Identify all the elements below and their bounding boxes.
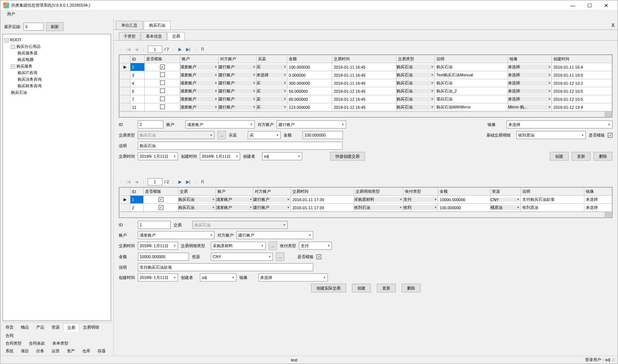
grid-header[interactable]: 交易时间 xyxy=(332,55,397,63)
left-tab[interactable]: 仓库 xyxy=(79,347,94,355)
grid-cell[interactable]: 建行账户▼ xyxy=(218,71,256,79)
grid-cell[interactable]: 浦发账户▼ xyxy=(216,204,253,212)
grid-header[interactable]: 买卖 xyxy=(257,55,287,63)
left-tab[interactable]: 合同类型 xyxy=(2,340,25,347)
grid2-hscroll[interactable] xyxy=(119,212,612,218)
grid-combo-cell[interactable]: 收到石油▼ xyxy=(354,205,403,210)
grid-cell[interactable]: 未选择▼ xyxy=(257,71,287,79)
expand-level-input[interactable] xyxy=(23,23,44,31)
grid-cell[interactable]: 建行账户▼ xyxy=(218,103,256,111)
nav-prev-icon[interactable]: ◀ xyxy=(134,179,139,184)
tree-node[interactable]: 购买服务 xyxy=(16,64,33,68)
grid-combo-cell[interactable]: 未选择▼ xyxy=(508,80,551,86)
grid-cell[interactable]: 浦发账户▼ xyxy=(180,71,218,79)
subtab-trade[interactable]: 交易 xyxy=(167,32,185,40)
f2-id-input[interactable] xyxy=(138,221,171,229)
f1-ttime-picker[interactable]: 2018年 1月11日▼ xyxy=(138,152,178,160)
tree-expander-icon[interactable]: − xyxy=(11,45,15,49)
subtab-basicinfo[interactable]: 基本信息 xyxy=(141,32,167,40)
tab-unit-summary[interactable]: 单位汇总 xyxy=(116,21,143,30)
grid-cell[interactable]: 买▼ xyxy=(257,87,287,95)
grid-combo-cell[interactable]: 购买石油▼ xyxy=(397,80,434,86)
f1-amt-input[interactable] xyxy=(303,131,343,139)
grid-cell[interactable]: 浦发账户▼ xyxy=(216,196,253,204)
left-tab[interactable]: 任务 xyxy=(33,347,48,355)
grid-cell[interactable]: 浦发账户▼ xyxy=(180,87,218,95)
grid-cell[interactable]: 支付▼ xyxy=(403,196,438,204)
grid-cell[interactable]: 浦发账户▼ xyxy=(180,95,218,103)
grid-cell[interactable]: 1 xyxy=(130,196,144,204)
grid-combo-cell[interactable]: 建行账户▼ xyxy=(253,205,291,210)
f1-mirror-combo[interactable]: 未选择▼ xyxy=(507,120,613,129)
tree-node[interactable]: 购买电脑 xyxy=(18,57,34,62)
grid-cell[interactable]: 7 xyxy=(130,95,145,103)
grid-header[interactable]: 交易类型 xyxy=(397,55,435,63)
left-tab[interactable]: 物品 xyxy=(17,323,33,332)
grid-cell[interactable]: 浦发账户▼ xyxy=(180,63,218,71)
f2-ctime-picker[interactable]: 2018年 1月11日▼ xyxy=(138,273,178,281)
f2-acct-combo[interactable]: 浦发账户▼ xyxy=(138,231,215,239)
grid-cell[interactable]: Test购买石油Manual xyxy=(435,71,508,79)
left-tab[interactable]: 表单类型 xyxy=(49,340,72,347)
grid-combo-cell[interactable]: 购买石油▼ xyxy=(178,197,216,202)
grid-combo-cell[interactable]: 购买石油▼ xyxy=(397,88,434,94)
grid-cell[interactable]: 2018-01-11 16:4 xyxy=(552,63,612,71)
f1-update-button[interactable]: 更新 xyxy=(572,152,591,161)
grid-combo-cell[interactable]: 桶原油▼ xyxy=(490,205,520,210)
grid-cell[interactable]: 购买石油▼ xyxy=(397,63,435,71)
grid-combo-cell[interactable]: 浦发账户▼ xyxy=(180,64,218,70)
tree-node[interactable]: 购买法务咨询 xyxy=(18,77,42,81)
grid-cell[interactable]: 买▼ xyxy=(257,79,287,87)
f2-delete-button[interactable]: 删除 xyxy=(402,284,421,292)
grid-cell[interactable]: 300.000000 xyxy=(287,79,332,87)
grid-combo-cell[interactable]: 采购原材料▼ xyxy=(354,197,403,202)
nav-next-icon[interactable]: ▶ xyxy=(177,179,183,184)
nav-page-input[interactable] xyxy=(148,46,162,53)
f1-create-button[interactable]: 创建 xyxy=(550,152,569,161)
grid-header[interactable]: 交易明细类型 xyxy=(354,188,403,196)
grid-cell[interactable]: 购买石油 xyxy=(435,79,508,87)
grid-cell[interactable]: ✓ xyxy=(144,204,178,212)
grid-combo-cell[interactable]: 买▼ xyxy=(257,64,287,70)
grid-cell[interactable]: 买▼ xyxy=(257,63,287,71)
grid-combo-cell[interactable]: 建行账户▼ xyxy=(219,104,256,110)
nav-prev-icon[interactable]: ◀ xyxy=(134,47,139,52)
grid-cell[interactable]: 买▼ xyxy=(257,103,287,111)
grid-cell[interactable]: 购买石油▼ xyxy=(397,71,435,79)
grid-cell[interactable]: 2018-01-12 10:2 xyxy=(552,79,612,87)
grid-cell[interactable]: 3 xyxy=(130,71,145,79)
grid-combo-cell[interactable]: 浦发账户▼ xyxy=(180,96,218,102)
f2-tpl-checkbox[interactable]: ✓ xyxy=(316,254,321,259)
table-row[interactable]: ▶1✓购买石油▼浦发账户▼建行账户▼2018-01-11 17:39采购原材料▼… xyxy=(120,196,612,204)
grid-combo-cell[interactable]: 建行账户▼ xyxy=(219,88,256,94)
grid-combo-cell[interactable]: 收到▼ xyxy=(403,205,438,210)
nav-first-icon[interactable]: |◀ xyxy=(125,47,132,52)
grid-cell[interactable]: 收到石油▼ xyxy=(354,204,403,212)
grid-header[interactable]: 交易时间 xyxy=(291,188,354,196)
tree-expander-icon[interactable]: − xyxy=(11,65,15,69)
nav-next-icon[interactable]: ▶ xyxy=(177,47,183,52)
grid-combo-cell[interactable]: 建行账户▼ xyxy=(219,72,256,78)
grid-header[interactable]: 收付类型 xyxy=(403,188,438,196)
grid-header[interactable]: 创建时间 xyxy=(552,55,612,63)
f2-update-button[interactable]: 更新 xyxy=(377,284,396,292)
grid-checkbox[interactable] xyxy=(160,80,165,85)
grid-cell[interactable]: 2018-01-11 17:39 xyxy=(291,196,354,204)
grid-cell[interactable]: 100.000000 xyxy=(287,63,332,71)
f2-ttime-picker[interactable]: 2018年 1月11日▼ xyxy=(138,242,178,250)
grid-combo-cell[interactable]: CNY▼ xyxy=(490,198,520,202)
left-tab[interactable]: 项目 xyxy=(17,347,33,355)
left-tab[interactable]: 交易明细 xyxy=(79,323,103,332)
left-tab[interactable]: 交易 xyxy=(63,323,79,332)
grid-cell[interactable]: 2018-01-11 16:45 xyxy=(332,79,397,87)
grid-header[interactable]: 说明 xyxy=(520,188,584,196)
grid-checkbox[interactable] xyxy=(160,104,165,109)
grid-cell[interactable]: 建行账户▼ xyxy=(253,204,291,212)
grid-cell[interactable]: 4 xyxy=(130,79,145,87)
grid-header[interactable]: 资源 xyxy=(490,188,520,196)
tree-node[interactable]: 购买财务咨询 xyxy=(18,84,42,88)
grid-combo-cell[interactable]: 建行账户▼ xyxy=(219,64,256,70)
grid-cell[interactable]: 未选择 xyxy=(584,204,612,212)
grid-combo-cell[interactable]: 浦发账户▼ xyxy=(216,197,253,202)
f1-base-combo[interactable]: 收到原油▼ xyxy=(516,131,586,139)
